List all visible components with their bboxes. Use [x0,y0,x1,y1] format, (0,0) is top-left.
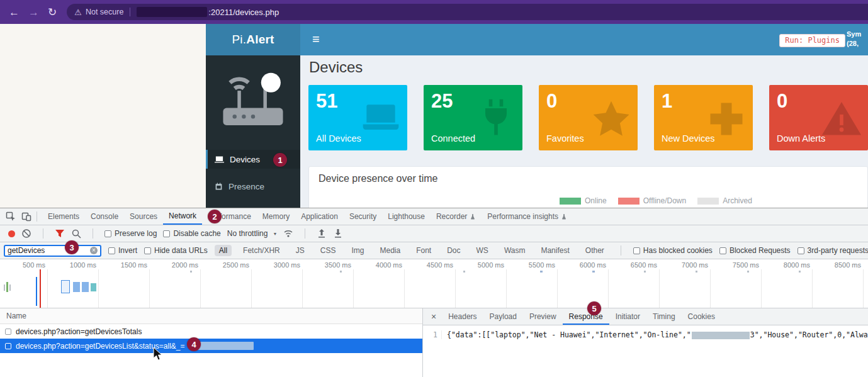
card-new-devices[interactable]: 1 New Devices [654,85,753,150]
request-row-selected[interactable]: devices.php?action=getDevicesList&status… [0,339,422,353]
filter-input-box: × [4,245,101,257]
address-bar[interactable]: ⚠ Not secure :20211/devices.php [67,4,868,20]
laptop-icon [359,98,402,140]
detail-tab-preview[interactable]: Preview [523,308,563,325]
network-overview[interactable]: 500 ms1000 ms1500 ms2000 ms2500 ms3000 m… [0,259,868,308]
tab-lighthouse[interactable]: Lighthouse [382,208,431,225]
record-icon[interactable] [8,230,15,237]
filter-type-css[interactable]: CSS [316,245,341,256]
activity-block [82,282,89,292]
blocked-requests-checkbox[interactable]: Blocked Requests [719,246,791,255]
tab-console[interactable]: Console [85,208,124,225]
card-all-devices[interactable]: 51 All Devices [308,85,407,150]
card-label: New Devices [662,133,715,143]
detail-tab-response[interactable]: Response [563,308,609,325]
throttling-dropdown[interactable]: No throttling▼ [227,229,278,238]
clear-filter-icon[interactable]: × [90,247,98,254]
timeline-label: 3000 ms [269,261,300,269]
timeline-label: 6500 ms [626,261,657,269]
tab-application[interactable]: Application [295,208,344,225]
page-title: Devices [309,59,363,76]
device-toolbar-icon[interactable] [21,211,31,222]
checkbox-icon [798,247,804,254]
hide-data-urls-checkbox[interactable]: Hide data URLs [144,246,208,255]
import-har-icon[interactable] [317,228,327,239]
warning-icon: ⚠ [74,8,82,17]
sidebar-item-label: Presence [228,182,264,191]
sidebar-item-presence[interactable]: Presence [206,177,300,196]
export-har-icon[interactable] [333,228,343,239]
filter-type-font[interactable]: Font [412,245,436,256]
detail-tab-timing[interactable]: Timing [646,308,682,325]
inspect-element-icon[interactable] [6,211,16,222]
has-blocked-cookies-checkbox[interactable]: Has blocked cookies [633,246,713,255]
search-icon[interactable] [71,228,81,239]
card-favorites[interactable]: 0 Favorites [539,85,638,150]
disable-cache-checkbox[interactable]: Disable cache [163,229,220,238]
filter-icon[interactable] [55,228,65,239]
tab-recorder[interactable]: Recorder [431,208,482,225]
run-plugins-button[interactable]: Run: Plugins [779,34,845,47]
timeline-gridline [812,269,813,308]
detail-tab-headers[interactable]: Headers [442,308,483,325]
forward-icon[interactable]: → [28,7,39,18]
tab-memory[interactable]: Memory [257,208,295,225]
detail-tabbar: × Headers Payload Preview Response Initi… [423,308,868,325]
experiment-icon [561,213,567,220]
checkbox-icon [633,247,640,254]
tab-performance-insights[interactable]: Performance insights [482,208,573,225]
app-logo[interactable]: Pi.Alert [206,24,300,55]
filter-type-wasm[interactable]: Wasm [500,245,530,256]
tab-network[interactable]: Network [163,208,202,225]
filter-type-other[interactable]: Other [581,245,609,256]
menu-toggle-icon[interactable]: ≡ [312,32,320,47]
activity-block [61,280,70,293]
detail-tab-payload[interactable]: Payload [483,308,523,325]
activity-mark [6,282,8,292]
filter-type-js[interactable]: JS [291,245,309,256]
close-icon[interactable]: × [431,312,436,322]
detail-tab-cookies[interactable]: Cookies [682,308,721,325]
throttling-value: No throttling [227,229,268,238]
timeline-gridline [251,269,252,308]
panel-title: Device presence over time [309,167,867,184]
invert-checkbox[interactable]: Invert [108,246,137,255]
tab-elements[interactable]: Elements [42,208,85,225]
timeline-label: 5000 ms [473,261,504,269]
timeline-gridline [149,269,150,308]
filter-type-img[interactable]: Img [347,245,368,256]
filter-type-fetch-xhr[interactable]: Fetch/XHR [239,245,285,256]
brand-suffix: Alert [246,33,274,47]
card-connected[interactable]: 25 Connected [424,85,522,150]
checkbox-icon[interactable] [5,329,11,335]
detail-tab-initiator[interactable]: Initiator [609,308,646,325]
timeline-gridline [47,269,48,308]
divider [621,245,621,256]
preserve-log-checkbox[interactable]: Preserve log [104,229,157,238]
back-icon[interactable]: ← [9,7,20,18]
filter-type-doc[interactable]: Doc [442,245,465,256]
tab-sources[interactable]: Sources [124,208,163,225]
timeline-label: 1000 ms [65,261,96,269]
checkbox-icon[interactable] [5,343,11,349]
card-down-alerts[interactable]: 0 Down Alerts [769,85,868,150]
annotation-step-5: 5 [587,301,601,315]
plug-icon [475,98,517,140]
brand-prefix: Pi. [232,33,246,47]
name-column-header[interactable]: Name [0,308,422,324]
filter-type-ws[interactable]: WS [472,245,493,256]
request-row[interactable]: devices.php?action=getDevicesTotals [0,324,422,339]
third-party-requests-checkbox[interactable]: 3rd-party requests [798,246,868,255]
filter-type-manifest[interactable]: Manifest [536,245,573,256]
filter-type-media[interactable]: Media [375,245,405,256]
activity-dot [463,271,465,273]
network-toolbar: Preserve log Disable cache No throttling… [0,225,868,242]
tab-label: Performance insights [487,208,558,225]
network-conditions-icon[interactable] [283,228,293,239]
router-logo-icon [213,60,293,138]
filter-type-all[interactable]: All [215,245,232,256]
timeline-label: 6000 ms [575,261,606,269]
tab-security[interactable]: Security [344,208,382,225]
clear-icon[interactable] [21,228,31,239]
reload-icon[interactable]: ↻ [48,7,57,18]
